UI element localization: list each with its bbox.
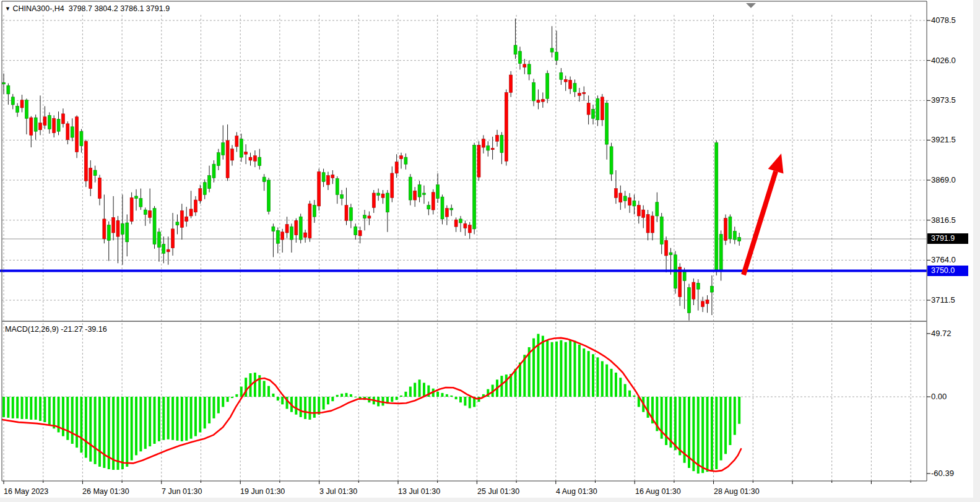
time-axis-label: 19 Jun 01:30 — [240, 487, 285, 496]
price-axis-label: 3711.5 — [931, 295, 955, 305]
macd-histogram — [2, 334, 740, 474]
chart-window: ▼ CHINA300-,H4 3798.7 3804.2 3786.1 3791… — [0, 0, 980, 502]
price-axis-label: 3816.5 — [931, 215, 956, 225]
level-price-badge: 3750.0 — [927, 266, 968, 276]
price-axis-label: 4026.0 — [931, 56, 956, 66]
chart-canvas[interactable] — [0, 0, 980, 502]
candlesticks — [2, 19, 741, 321]
macd-axis-label: 49.72 — [931, 329, 952, 339]
symbol-dropdown-icon[interactable]: ▼ — [5, 6, 11, 12]
price-axis-label: 4078.5 — [931, 15, 956, 25]
title-bar: ▼ CHINA300-,H4 3798.7 3804.2 3786.1 3791… — [5, 4, 170, 13]
time-axis-label: 26 May 01:30 — [82, 487, 129, 496]
time-axis-label: 4 Aug 01:30 — [556, 487, 597, 496]
macd-indicator-label: MACD(12,26,9) -21.27 -39.16 — [5, 325, 107, 334]
time-axis-label: 7 Jun 01:30 — [162, 487, 202, 496]
price-axis-label: 3921.5 — [931, 135, 956, 145]
scroll-marker-icon — [746, 3, 756, 8]
ohlc-values: 3798.7 3804.2 3786.1 3791.9 — [69, 4, 170, 13]
time-axis-label: 28 Aug 01:30 — [714, 487, 760, 496]
axis-ticks — [4, 20, 930, 484]
trend-arrow-icon — [744, 154, 783, 275]
macd-axis-label: -60.39 — [931, 469, 954, 478]
price-axis-label: 3973.5 — [931, 95, 956, 105]
current-price-badge: 3791.9 — [927, 233, 968, 244]
time-axis-label: 3 Jul 01:30 — [319, 487, 357, 496]
time-axis-label: 25 Jul 01:30 — [477, 487, 519, 496]
macd-axis-label: 0.00 — [931, 392, 947, 402]
time-axis-label: 13 Jul 01:30 — [398, 487, 440, 496]
time-axis-label: 16 May 2023 — [4, 487, 48, 496]
price-axis-label: 3869.0 — [931, 175, 956, 185]
chart-symbol-period: CHINA300-,H4 — [12, 4, 64, 13]
time-axis-label: 16 Aug 01:30 — [635, 487, 681, 496]
price-axis-label: 3764.0 — [931, 255, 956, 265]
